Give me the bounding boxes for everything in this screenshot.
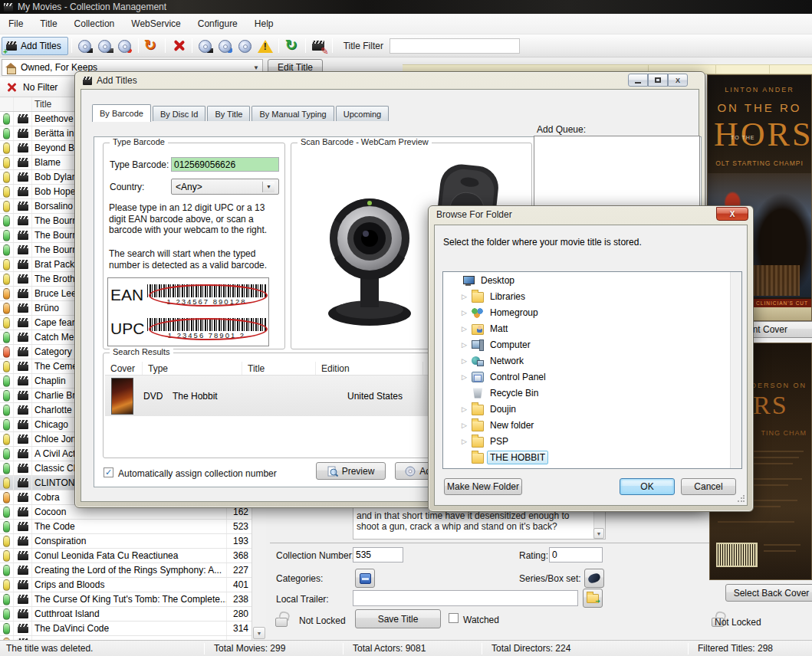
column-header[interactable]: Title: [242, 362, 316, 375]
status-pill-icon: [3, 361, 10, 372]
folder-item-label: New folder: [487, 418, 537, 432]
movie-list-row[interactable]: Conspiration 193: [0, 534, 251, 549]
movie-collection-number: 280: [226, 607, 251, 621]
dialog-tab[interactable]: By Manual Typing: [251, 106, 334, 121]
expand-arrow-icon[interactable]: ▷: [462, 325, 468, 333]
local-trailer-input[interactable]: [353, 590, 578, 606]
disc-profile-icon[interactable]: [217, 38, 234, 54]
movie-list-row[interactable]: Crips and Bloods 401: [0, 578, 251, 592]
close-button[interactable]: X: [668, 74, 688, 87]
folder-tree-item[interactable]: ▷ Recycle Bin: [443, 385, 741, 401]
movie-list-row[interactable]: Cutthroat Island 280: [0, 607, 251, 622]
disc-copy-icon[interactable]: [237, 38, 254, 54]
status-pill-icon: [3, 521, 10, 533]
close-button[interactable]: X: [716, 207, 748, 221]
collection-number-input[interactable]: [353, 547, 403, 563]
expand-arrow-icon[interactable]: ▷: [462, 373, 468, 381]
movie-clapper-icon: [18, 187, 28, 196]
browse-trailer-button[interactable]: [583, 589, 603, 608]
movie-clapper-icon: [18, 435, 28, 444]
folder-tree-item[interactable]: ▷ Control Panel: [443, 369, 741, 385]
folder-tree-item[interactable]: ▷ Desktop: [443, 272, 741, 288]
expand-arrow-icon[interactable]: ▷: [462, 293, 468, 300]
menu-item[interactable]: Collection: [66, 14, 123, 34]
rating-input[interactable]: [549, 547, 603, 563]
preview-button[interactable]: Preview: [316, 462, 386, 480]
movie-list-row[interactable]: The Code 523: [0, 520, 251, 534]
add-title-from-disc-save-icon[interactable]: [117, 38, 133, 54]
column-header[interactable]: Cover: [105, 362, 143, 375]
series-box-set-button[interactable]: [584, 569, 604, 588]
folder-tree-item[interactable]: ▷ New folder: [443, 417, 741, 433]
movie-list-row[interactable]: Conul Leonida Fata Cu Reactiunea 368: [0, 549, 251, 563]
movie-list-row[interactable]: Creating the Lord of the Rings Symphony:…: [0, 563, 251, 578]
status-pill-icon: [3, 434, 10, 445]
movie-clapper-icon: [18, 347, 28, 356]
update-titles-icon[interactable]: [143, 38, 160, 54]
expand-arrow-icon[interactable]: ▷: [462, 421, 468, 429]
folder-tree-item[interactable]: ▷ Doujin: [443, 401, 741, 417]
categories-button[interactable]: [355, 569, 375, 588]
expand-arrow-icon[interactable]: ▷: [462, 309, 468, 317]
add-title-from-disc-camera-icon[interactable]: [97, 38, 113, 54]
add-titles-button[interactable]: + Add Titles: [2, 37, 68, 55]
menu-item[interactable]: File: [0, 14, 31, 34]
menu-item[interactable]: Configure: [189, 14, 246, 34]
barcode-instructions-2: The search will start when the typed num…: [109, 248, 281, 271]
expand-arrow-icon[interactable]: ▷: [462, 438, 468, 445]
scroll-down-icon[interactable]: ▼: [593, 528, 604, 539]
folder-item-icon: [472, 324, 484, 335]
refresh-icon[interactable]: [284, 38, 301, 54]
expand-arrow-icon[interactable]: ▷: [462, 357, 468, 365]
menu-item[interactable]: WebService: [123, 14, 189, 34]
folder-tree-item[interactable]: ▷ PSP: [443, 433, 741, 449]
filter-status-label: No Filter: [23, 82, 58, 93]
dialog-tab[interactable]: By Barcode: [92, 104, 151, 122]
auto-assign-checkbox[interactable]: [104, 467, 113, 477]
delete-title-icon[interactable]: [170, 38, 187, 54]
country-label: Country:: [110, 182, 144, 192]
rating-label: Rating:: [519, 550, 548, 561]
folder-tree-item[interactable]: ▷ Homegroup: [443, 304, 741, 320]
tree-scrollbar[interactable]: [730, 272, 741, 468]
edit-titles-icon[interactable]: [311, 38, 327, 54]
resize-grip[interactable]: [737, 495, 745, 503]
column-header[interactable]: Edition: [316, 362, 423, 375]
window-titlebar: My Movies - Collection Management: [0, 0, 812, 14]
folder-tree-item[interactable]: ▷ THE HOBBIT: [443, 449, 741, 465]
dialog-tab[interactable]: Upcoming: [336, 106, 390, 121]
report-problem-icon[interactable]: [257, 38, 274, 54]
folder-item-label: Control Panel: [487, 370, 549, 384]
minimize-button[interactable]: [628, 74, 648, 87]
dialog-tab[interactable]: By Disc Id: [153, 106, 206, 121]
menu-item[interactable]: Help: [246, 14, 282, 34]
select-back-cover-button[interactable]: Select Back Cover: [725, 584, 812, 602]
scroll-down-icon[interactable]: ▼: [253, 627, 265, 639]
maximize-button[interactable]: [648, 74, 668, 87]
folder-tree-item[interactable]: ▷ Libraries: [443, 288, 741, 304]
make-new-folder-button[interactable]: Make New Folder: [444, 478, 522, 495]
expand-arrow-icon[interactable]: ▷: [462, 341, 468, 349]
folder-tree-item[interactable]: ▷ Matt: [443, 320, 741, 336]
movie-list-row[interactable]: The Curse Of King Tut's Tomb: The Comple…: [0, 592, 251, 607]
movie-clapper-icon: [18, 318, 28, 327]
column-header[interactable]: Type: [143, 362, 242, 375]
menu-item[interactable]: Title: [31, 14, 65, 34]
folder-tree-item[interactable]: ▷ Network: [443, 353, 741, 369]
add-title-from-disc-icon[interactable]: [77, 38, 94, 54]
total-directors: Total Directors: 224: [482, 643, 688, 654]
save-title-button[interactable]: Save Title: [355, 609, 441, 628]
expand-arrow-icon[interactable]: ▷: [462, 405, 468, 413]
country-select[interactable]: <Any> ▼: [171, 179, 279, 195]
ok-button[interactable]: OK: [620, 478, 675, 495]
lock-icon[interactable]: [273, 610, 290, 627]
title-filter-input[interactable]: [390, 38, 520, 54]
disc-offline-icon[interactable]: [197, 38, 214, 54]
movie-list-row[interactable]: The DaVinci Code 314: [0, 622, 251, 636]
watched-checkbox[interactable]: [449, 613, 459, 623]
status-pill-icon: [3, 259, 10, 271]
dialog-tab[interactable]: By Title: [207, 106, 250, 121]
folder-tree-item[interactable]: ▷ Computer: [443, 336, 741, 353]
barcode-input[interactable]: [171, 157, 279, 172]
cancel-button[interactable]: Cancel: [681, 478, 736, 495]
